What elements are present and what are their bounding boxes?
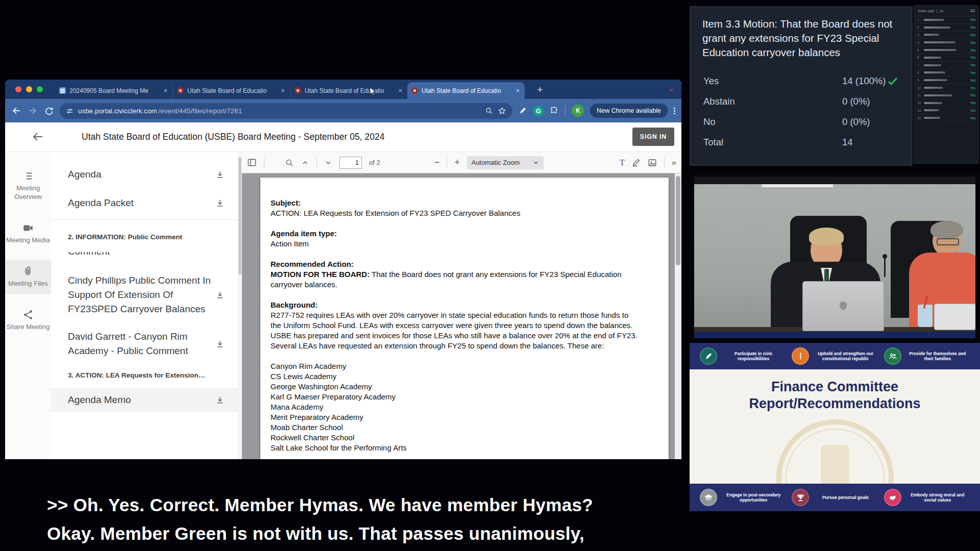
voter-vote-label: Yes (970, 109, 975, 112)
voter-number: 9 (917, 79, 924, 82)
voter-vote-label: Yes (970, 33, 975, 37)
minimize-window-button[interactable] (26, 86, 32, 92)
extensions-puzzle-icon[interactable] (550, 106, 559, 115)
pdf-canvas-area[interactable]: Subject:ACTION: LEA Requests for Extensi… (242, 173, 675, 459)
pdf-search-icon[interactable] (285, 158, 294, 167)
download-icon[interactable] (215, 198, 225, 208)
liberty-torch-icon (792, 347, 809, 365)
video-frame (694, 177, 975, 338)
tab-close-icon[interactable]: × (514, 87, 521, 94)
lea-school-list: Canyon Rim AcademyCS Lewis AcademyGeorge… (271, 361, 638, 453)
page-back-arrow[interactable] (32, 131, 44, 143)
voter-name-redacted (924, 41, 955, 43)
pdf-zoom-in-button[interactable]: + (454, 157, 460, 168)
tab-close-icon[interactable]: × (162, 87, 168, 94)
browser-tab[interactable]: Utah State Board of Educatio× (290, 82, 407, 99)
browser-tab[interactable]: Utah State Board of Educatio× (407, 82, 525, 99)
file-item[interactable]: David Garrett - Canyon Rim Academy - Pub… (68, 330, 225, 358)
file-item[interactable]: Cindy Phillips Public Comment In Support… (68, 273, 225, 316)
browser-tab[interactable]: 20240905 Board Meeting Me× (55, 82, 173, 99)
voter-roll-header: Votes cast | 14 (914, 6, 978, 16)
voter-name-redacted (924, 102, 942, 104)
zoom-page-icon[interactable] (485, 107, 493, 115)
file-item[interactable]: Agenda Packet (68, 189, 225, 217)
download-icon[interactable] (215, 290, 225, 299)
slide-banner-label: Pursue personal goals (813, 495, 877, 500)
vote-row-abstain: Abstain0 (0%) (703, 91, 899, 112)
pdf-scrollbar[interactable] (675, 173, 681, 459)
mouse-cursor (370, 87, 376, 96)
pdf-image-tool-icon[interactable] (648, 158, 657, 167)
reload-button[interactable] (44, 106, 54, 116)
zoom-window-button[interactable] (37, 86, 43, 92)
pdf-more-tools-icon[interactable]: » (672, 158, 676, 167)
voter-roll-rows: 1Yes2Yes3Yes4Yes5Yes6Yes7Yes8Yes9Yes10Ye… (914, 16, 978, 122)
slide-top-banner: Participate in civic responsibilitiesUph… (690, 343, 980, 369)
voter-row: 12Yes (914, 99, 978, 107)
download-icon[interactable] (215, 339, 225, 348)
address-bar[interactable]: usbe.portal.civicclerk.com/event/445/fil… (60, 103, 512, 119)
pdf-zoom-select[interactable]: Automatic Zoom (467, 156, 544, 169)
tab-search-chevron-icon[interactable]: ⌄ (668, 84, 674, 93)
bookmark-star-icon[interactable] (498, 107, 506, 115)
file-item[interactable]: Agenda (68, 160, 225, 189)
chrome-update-button[interactable]: New Chrome available (590, 104, 668, 118)
grad-cap-icon (700, 489, 717, 506)
pdf-next-page-icon[interactable] (324, 159, 332, 167)
voter-number: 3 (917, 33, 924, 37)
forward-button[interactable] (28, 106, 38, 116)
vote-row-total: Total14 (703, 132, 899, 153)
pdf-toolbar: of 2 − + Automatic Zoom T (242, 152, 681, 173)
profile-avatar[interactable]: K (572, 105, 584, 117)
slide-banner-label: Engage in post-secondary opportunities (721, 492, 786, 503)
sign-in-button[interactable]: SIGN IN (632, 128, 674, 146)
tablet-device (934, 304, 975, 330)
pdf-page-input[interactable] (339, 157, 362, 169)
download-icon[interactable] (215, 395, 225, 405)
pen-extension-icon[interactable] (519, 107, 527, 115)
pdf-text-tool-icon[interactable]: T (620, 158, 625, 168)
tab-close-icon[interactable]: × (397, 87, 403, 94)
pdf-prev-page-icon[interactable] (301, 159, 309, 167)
meeting-title: Utah State Board of Education (USBE) Boa… (82, 132, 384, 142)
grammarly-extension-icon[interactable]: G (533, 106, 544, 116)
site-settings-icon[interactable] (66, 107, 74, 115)
sidebar-item-meeting-overview[interactable]: Meeting Overview (5, 164, 51, 207)
agenda-section-header: 2. INFORMATION: Public Comment (68, 233, 225, 241)
new-tab-button[interactable]: + (533, 83, 547, 96)
browser-menu-icon[interactable] (674, 108, 675, 114)
file-item-clipped: Comment (68, 252, 225, 263)
room-ceiling (694, 177, 975, 184)
back-button[interactable] (11, 106, 21, 116)
checkmark-icon (887, 75, 899, 87)
close-window-button[interactable] (15, 86, 21, 92)
document-body: Action Item (271, 239, 638, 249)
file-item[interactable]: Agenda Memo (51, 388, 238, 412)
voter-row: 14Yes (914, 114, 978, 122)
pdf-zoom-out-button[interactable]: − (434, 157, 440, 168)
file-list-scrollbar[interactable] (238, 152, 242, 459)
browser-tab[interactable]: Utah State Board of Educatio× (173, 82, 290, 99)
sidebar-item-share-meeting[interactable]: Share Meeting (5, 303, 51, 337)
document-heading: Subject: (271, 198, 638, 208)
tab-close-icon[interactable]: × (280, 87, 286, 94)
lea-school-item: Mana Academy (271, 402, 638, 412)
voter-vote-label: Yes (970, 26, 975, 29)
voter-vote-label: Yes (970, 48, 975, 52)
pdf-sidebar-toggle-icon[interactable] (247, 158, 257, 167)
vote-rows: Yes14 (100%)Abstain0 (0%)No0 (0%)Total14 (691, 71, 911, 153)
presentation-slide: Finance Committee Report/Recommendations… (690, 343, 980, 511)
voter-roll-menu-icon[interactable] (970, 10, 975, 12)
sidebar-item-meeting-media[interactable]: Meeting Media (5, 216, 51, 251)
meeting-video-feed[interactable] (690, 170, 980, 341)
voter-vote-label: Yes (970, 63, 975, 67)
list-icon (22, 170, 34, 182)
sidebar-item-meeting-files[interactable]: Meeting Files (5, 260, 51, 294)
paperclip-icon (22, 266, 34, 277)
attendee-glasses (937, 238, 959, 245)
pdf-draw-tool-icon[interactable] (632, 158, 641, 167)
closed-captions: >> Oh. Yes. Correct. Member Hymas. We ha… (47, 491, 690, 548)
download-icon[interactable] (215, 170, 225, 179)
motion-title: Item 3.3 Motion: That the Board does not… (691, 8, 911, 60)
caption-line: >> Oh. Yes. Correct. Member Hymas. We ha… (47, 491, 690, 519)
